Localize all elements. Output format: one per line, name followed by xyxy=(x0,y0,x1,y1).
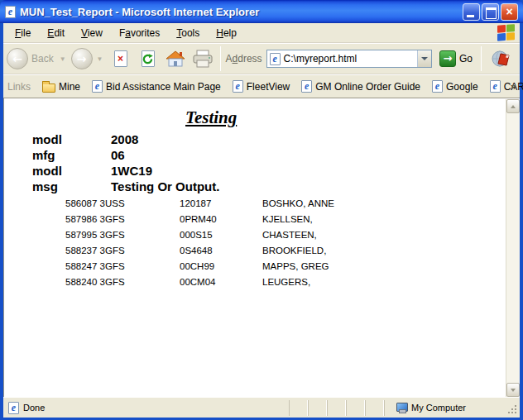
table-row: 586087 3USS120187BOSHKO, ANNE xyxy=(65,196,334,212)
table-row: 588237 3GFS0S4648BROOKFIELD, xyxy=(65,243,334,259)
ie-page-icon xyxy=(92,80,103,93)
forward-button[interactable]: → ▼ xyxy=(71,48,106,69)
toolbar-separator xyxy=(220,46,221,71)
menu-item-edit[interactable]: Edit xyxy=(39,25,73,41)
back-arrow-icon: ← xyxy=(7,48,28,69)
table-cell-col3: LEUGERS, xyxy=(262,274,334,290)
address-section: Address C:\myreport.html → Go xyxy=(226,50,476,68)
menu-item-favorites[interactable]: Favorites xyxy=(111,25,168,41)
link-item-google[interactable]: Google xyxy=(427,79,483,94)
table-row: 587995 3GFS000S15CHASTEEN, xyxy=(65,227,334,243)
menu-item-file[interactable]: File xyxy=(7,25,39,41)
chevron-down-icon xyxy=(421,57,428,60)
report-field-row: mfg06 xyxy=(32,147,219,163)
status-panel xyxy=(327,400,346,416)
field-label: modl xyxy=(32,163,111,179)
status-text: Done xyxy=(23,403,45,413)
link-item-carfax[interactable]: CARFAX xyxy=(485,79,523,94)
page-content: Testing modl2008mfg06modl1WC19msgTesting… xyxy=(3,98,520,397)
resize-grip[interactable] xyxy=(508,400,520,416)
report-heading: Testing xyxy=(185,107,237,128)
table-cell-col2: 0S4648 xyxy=(180,243,262,259)
table-cell-col1: 587986 3GFS xyxy=(65,212,180,227)
links-bar: Links MineBid Assistance Main PageFleetV… xyxy=(3,74,520,98)
table-cell-col3: CHASTEEN, xyxy=(262,227,334,243)
minimize-button[interactable] xyxy=(463,3,480,21)
my-computer-icon xyxy=(396,403,407,413)
ie-page-icon xyxy=(301,80,312,93)
report-fields: modl2008mfg06modl1WC19msgTesting Or Outp… xyxy=(32,131,219,194)
address-url[interactable]: C:\myreport.html xyxy=(284,53,417,64)
home-button[interactable] xyxy=(163,46,188,71)
table-cell-col1: 587995 3GFS xyxy=(65,227,180,243)
stop-button[interactable]: × xyxy=(108,46,133,71)
ie-document-icon xyxy=(5,6,16,18)
links-overflow-chevron-icon[interactable]: » xyxy=(511,80,516,93)
print-icon xyxy=(192,50,214,68)
adobe-pdf-icon[interactable] xyxy=(492,49,511,69)
back-button[interactable]: ← Back ▼ xyxy=(7,48,69,69)
link-label: Bid Assistance Main Page xyxy=(106,81,221,93)
table-cell-col2: 000S15 xyxy=(180,227,262,243)
table-row: 587986 3GFS0PRM40KJELLSEN, xyxy=(65,212,334,227)
table-cell-col3: BROOKFIELD, xyxy=(262,243,334,259)
table-cell-col1: 588247 3GFS xyxy=(65,259,180,274)
status-page-icon xyxy=(8,402,19,414)
security-zone: My Computer xyxy=(384,400,508,416)
vertical-scrollbar[interactable] xyxy=(506,99,520,397)
close-button[interactable]: × xyxy=(501,3,518,21)
menu-item-tools[interactable]: Tools xyxy=(168,25,208,41)
status-panel xyxy=(365,400,384,416)
table-cell-col3: MAPPS, GREG xyxy=(262,259,334,274)
scroll-up-button[interactable] xyxy=(506,99,520,113)
table-cell-col1: 588237 3GFS xyxy=(65,243,180,259)
ie-page-icon xyxy=(432,80,443,93)
field-value: 06 xyxy=(111,148,125,162)
table-row: 588247 3GFS00CH99MAPPS, GREG xyxy=(65,259,334,274)
ie-page-icon xyxy=(490,80,501,93)
status-panel xyxy=(289,400,308,416)
print-button[interactable] xyxy=(190,46,215,71)
address-dropdown-button[interactable] xyxy=(417,50,431,67)
field-label: msg xyxy=(32,179,111,194)
status-panel xyxy=(346,400,365,416)
link-item-fleetview[interactable]: FleetView xyxy=(228,79,295,94)
report-field-row: modl1WC19 xyxy=(32,163,219,179)
link-label: FleetView xyxy=(247,81,290,93)
scroll-down-button[interactable] xyxy=(506,383,520,397)
table-cell-col2: 120187 xyxy=(180,196,262,212)
link-item-gm-online-order-guide[interactable]: GM Online Order Guide xyxy=(296,79,425,94)
table-cell-col2: 00CM04 xyxy=(180,274,262,290)
menu-item-view[interactable]: View xyxy=(73,25,111,41)
toolbar-separator xyxy=(481,46,482,71)
go-button-label: Go xyxy=(459,53,473,64)
table-cell-col1: 586087 3USS xyxy=(65,196,180,212)
table-cell-col1: 588240 3GFS xyxy=(65,274,180,290)
status-bar: Done My Computer xyxy=(3,397,520,418)
report-field-row: modl2008 xyxy=(32,131,219,147)
go-button[interactable]: → Go xyxy=(436,50,476,67)
back-dropdown-icon[interactable]: ▼ xyxy=(60,55,66,63)
home-icon xyxy=(166,50,185,67)
forward-dropdown-icon[interactable]: ▼ xyxy=(97,55,103,63)
link-label: GM Online Order Guide xyxy=(315,81,420,93)
links-label: Links xyxy=(7,81,31,93)
field-value: 2008 xyxy=(111,132,138,146)
link-item-mine[interactable]: Mine xyxy=(37,79,85,94)
title-bar[interactable]: MUN_Test_Report - Microsoft Internet Exp… xyxy=(0,0,523,23)
status-panel xyxy=(308,400,327,416)
zone-label: My Computer xyxy=(411,403,466,413)
menu-item-help[interactable]: Help xyxy=(208,25,245,41)
table-cell-col2: 0PRM40 xyxy=(180,212,262,227)
stop-icon: × xyxy=(114,50,127,67)
window-title: MUN_Test_Report - Microsoft Internet Exp… xyxy=(20,6,259,18)
folder-icon xyxy=(42,84,55,93)
refresh-icon xyxy=(142,50,155,67)
address-input[interactable]: C:\myreport.html xyxy=(266,50,432,68)
table-cell-col2: 00CH99 xyxy=(180,259,262,274)
link-item-bid-assistance-main-page[interactable]: Bid Assistance Main Page xyxy=(87,79,226,94)
maximize-button[interactable] xyxy=(482,3,499,21)
navigation-toolbar: ← Back ▼ → ▼ × xyxy=(3,43,520,74)
forward-arrow-icon: → xyxy=(71,48,93,69)
refresh-button[interactable] xyxy=(136,46,161,71)
